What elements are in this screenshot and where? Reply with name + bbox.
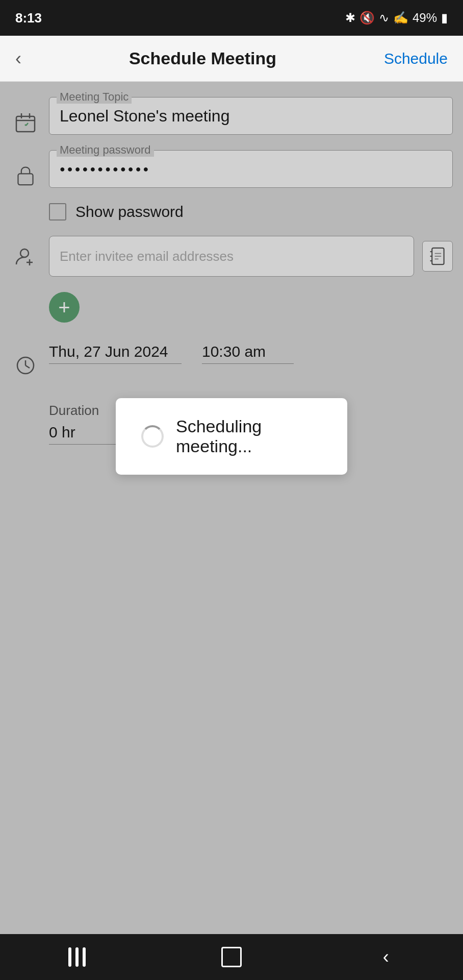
page-title: Schedule Meeting bbox=[129, 48, 276, 68]
status-bar: 8:13 ✱ 🔇 ∿ ✍ 49% ▮ bbox=[0, 0, 463, 36]
schedule-button[interactable]: Schedule bbox=[384, 50, 448, 67]
back-button[interactable]: ‹ bbox=[15, 48, 21, 69]
nav-menu-button[interactable] bbox=[62, 942, 92, 972]
mute-icon: 🔇 bbox=[359, 11, 375, 25]
loading-spinner bbox=[141, 425, 164, 448]
status-time: 8:13 bbox=[15, 10, 42, 26]
battery-icon: ▮ bbox=[441, 11, 448, 25]
nav-bar: ‹ Schedule Meeting Schedule bbox=[0, 36, 463, 82]
nav-back-button[interactable]: ‹ bbox=[371, 942, 401, 972]
bottom-nav: ‹ bbox=[0, 934, 463, 980]
bluetooth-icon: ✱ bbox=[345, 11, 355, 25]
content-area: Meeting Topic Leonel Stone's meeting Mee… bbox=[0, 82, 463, 934]
status-icons: ✱ 🔇 ∿ ✍ 49% ▮ bbox=[345, 11, 448, 25]
nav-back-icon: ‹ bbox=[383, 946, 389, 968]
signal-icon: ✍ bbox=[393, 11, 408, 25]
battery-label: 49% bbox=[413, 11, 437, 25]
scheduling-modal: Scheduling meeting... bbox=[116, 398, 347, 475]
modal-overlay bbox=[0, 82, 463, 934]
scheduling-text: Scheduling meeting... bbox=[176, 416, 322, 456]
wifi-icon: ∿ bbox=[379, 11, 389, 25]
nav-home-button[interactable] bbox=[216, 942, 247, 972]
